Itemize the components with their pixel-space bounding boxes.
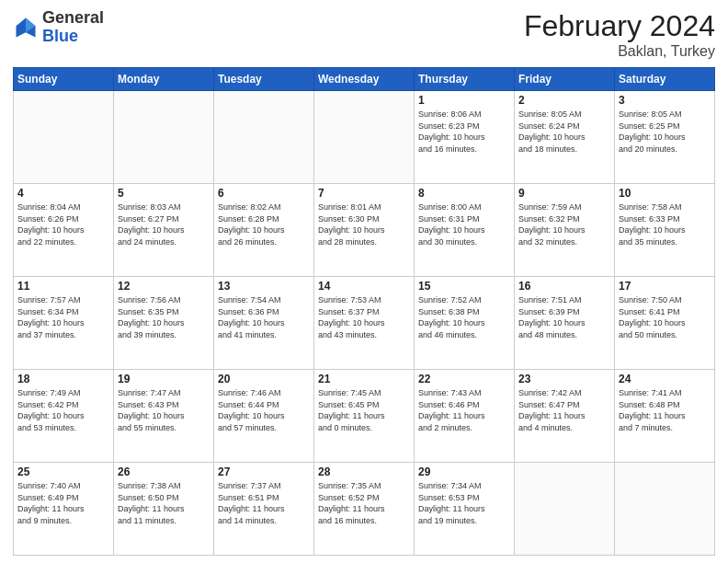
header: General Blue February 2024 Baklan, Turke… <box>13 9 715 60</box>
day-info: Sunrise: 7:46 AM Sunset: 6:44 PM Dayligh… <box>218 387 310 433</box>
day-info: Sunrise: 7:53 AM Sunset: 6:37 PM Dayligh… <box>318 294 410 340</box>
day-number: 19 <box>118 373 210 385</box>
day-number: 17 <box>619 280 711 293</box>
week-row-1: 4Sunrise: 8:04 AM Sunset: 6:26 PM Daylig… <box>14 184 715 277</box>
day-info: Sunrise: 7:37 AM Sunset: 6:51 PM Dayligh… <box>218 480 310 526</box>
day-number: 4 <box>17 187 109 200</box>
day-info: Sunrise: 7:34 AM Sunset: 6:53 PM Dayligh… <box>418 480 510 526</box>
day-number: 21 <box>318 373 410 385</box>
day-cell: 20Sunrise: 7:46 AM Sunset: 6:44 PM Dayli… <box>214 370 314 463</box>
day-cell: 13Sunrise: 7:54 AM Sunset: 6:36 PM Dayli… <box>214 277 314 370</box>
day-number: 8 <box>418 187 510 200</box>
day-number: 29 <box>418 465 510 478</box>
day-info: Sunrise: 8:01 AM Sunset: 6:30 PM Dayligh… <box>318 201 410 247</box>
day-cell: 18Sunrise: 7:49 AM Sunset: 6:42 PM Dayli… <box>14 370 114 463</box>
day-info: Sunrise: 8:06 AM Sunset: 6:23 PM Dayligh… <box>418 109 510 155</box>
day-info: Sunrise: 7:50 AM Sunset: 6:41 PM Dayligh… <box>619 294 711 340</box>
logo-general: General <box>42 9 104 28</box>
day-cell: 16Sunrise: 7:51 AM Sunset: 6:39 PM Dayli… <box>515 277 615 370</box>
day-cell: 21Sunrise: 7:45 AM Sunset: 6:45 PM Dayli… <box>314 370 415 463</box>
day-info: Sunrise: 7:51 AM Sunset: 6:39 PM Dayligh… <box>518 294 610 340</box>
day-cell: 1Sunrise: 8:06 AM Sunset: 6:23 PM Daylig… <box>415 91 515 184</box>
day-info: Sunrise: 7:42 AM Sunset: 6:47 PM Dayligh… <box>518 387 610 433</box>
day-cell <box>114 91 214 184</box>
day-number: 11 <box>17 280 109 293</box>
day-info: Sunrise: 8:00 AM Sunset: 6:31 PM Dayligh… <box>418 201 510 247</box>
logo-icon <box>13 15 39 40</box>
logo: General Blue <box>13 9 104 46</box>
day-number: 14 <box>318 280 410 293</box>
day-number: 26 <box>118 465 210 478</box>
day-cell: 11Sunrise: 7:57 AM Sunset: 6:34 PM Dayli… <box>14 277 114 370</box>
day-number: 3 <box>619 94 711 107</box>
day-cell: 4Sunrise: 8:04 AM Sunset: 6:26 PM Daylig… <box>14 184 114 277</box>
day-number: 16 <box>518 280 610 293</box>
logo-blue: Blue <box>42 28 104 46</box>
day-info: Sunrise: 8:05 AM Sunset: 6:24 PM Dayligh… <box>518 109 610 155</box>
main-title: February 2024 <box>524 9 715 43</box>
calendar-page: General Blue February 2024 Baklan, Turke… <box>0 0 728 563</box>
day-cell: 14Sunrise: 7:53 AM Sunset: 6:37 PM Dayli… <box>314 277 415 370</box>
day-cell: 19Sunrise: 7:47 AM Sunset: 6:43 PM Dayli… <box>114 370 214 463</box>
day-cell <box>214 91 314 184</box>
day-info: Sunrise: 8:03 AM Sunset: 6:27 PM Dayligh… <box>118 201 210 247</box>
day-info: Sunrise: 7:38 AM Sunset: 6:50 PM Dayligh… <box>118 480 210 526</box>
day-cell: 27Sunrise: 7:37 AM Sunset: 6:51 PM Dayli… <box>214 463 314 556</box>
day-number: 6 <box>218 187 310 200</box>
calendar-table: SundayMondayTuesdayWednesdayThursdayFrid… <box>13 67 715 556</box>
day-number: 10 <box>619 187 711 200</box>
day-info: Sunrise: 7:56 AM Sunset: 6:35 PM Dayligh… <box>118 294 210 340</box>
day-cell: 12Sunrise: 7:56 AM Sunset: 6:35 PM Dayli… <box>114 277 214 370</box>
day-header-tuesday: Tuesday <box>214 68 314 91</box>
week-row-3: 18Sunrise: 7:49 AM Sunset: 6:42 PM Dayli… <box>14 370 715 463</box>
day-cell: 6Sunrise: 8:02 AM Sunset: 6:28 PM Daylig… <box>214 184 314 277</box>
day-info: Sunrise: 8:04 AM Sunset: 6:26 PM Dayligh… <box>17 201 109 247</box>
day-number: 12 <box>118 280 210 293</box>
day-cell: 25Sunrise: 7:40 AM Sunset: 6:49 PM Dayli… <box>14 463 114 556</box>
day-number: 13 <box>218 280 310 293</box>
logo-text: General Blue <box>42 9 104 46</box>
day-cell <box>314 91 415 184</box>
day-number: 2 <box>518 94 610 107</box>
day-header-saturday: Saturday <box>615 68 715 91</box>
day-cell: 10Sunrise: 7:58 AM Sunset: 6:33 PM Dayli… <box>615 184 715 277</box>
day-cell: 3Sunrise: 8:05 AM Sunset: 6:25 PM Daylig… <box>615 91 715 184</box>
day-cell: 17Sunrise: 7:50 AM Sunset: 6:41 PM Dayli… <box>615 277 715 370</box>
day-cell <box>515 463 615 556</box>
day-info: Sunrise: 8:02 AM Sunset: 6:28 PM Dayligh… <box>218 201 310 247</box>
day-number: 18 <box>17 373 109 385</box>
day-number: 7 <box>318 187 410 200</box>
week-row-2: 11Sunrise: 7:57 AM Sunset: 6:34 PM Dayli… <box>14 277 715 370</box>
day-number: 20 <box>218 373 310 385</box>
day-info: Sunrise: 7:54 AM Sunset: 6:36 PM Dayligh… <box>218 294 310 340</box>
day-info: Sunrise: 7:57 AM Sunset: 6:34 PM Dayligh… <box>17 294 109 340</box>
header-row: SundayMondayTuesdayWednesdayThursdayFrid… <box>14 68 715 91</box>
day-header-sunday: Sunday <box>14 68 114 91</box>
day-info: Sunrise: 8:05 AM Sunset: 6:25 PM Dayligh… <box>619 109 711 155</box>
day-info: Sunrise: 7:59 AM Sunset: 6:32 PM Dayligh… <box>518 201 610 247</box>
day-cell: 28Sunrise: 7:35 AM Sunset: 6:52 PM Dayli… <box>314 463 415 556</box>
day-number: 22 <box>418 373 510 385</box>
day-cell <box>14 91 114 184</box>
day-header-monday: Monday <box>114 68 214 91</box>
day-info: Sunrise: 7:49 AM Sunset: 6:42 PM Dayligh… <box>17 387 109 433</box>
day-number: 9 <box>518 187 610 200</box>
day-number: 28 <box>318 465 410 478</box>
day-number: 1 <box>418 94 510 107</box>
day-number: 27 <box>218 465 310 478</box>
day-info: Sunrise: 7:40 AM Sunset: 6:49 PM Dayligh… <box>17 480 109 526</box>
day-number: 5 <box>118 187 210 200</box>
week-row-0: 1Sunrise: 8:06 AM Sunset: 6:23 PM Daylig… <box>14 91 715 184</box>
week-row-4: 25Sunrise: 7:40 AM Sunset: 6:49 PM Dayli… <box>14 463 715 556</box>
day-cell: 22Sunrise: 7:43 AM Sunset: 6:46 PM Dayli… <box>415 370 515 463</box>
day-cell <box>615 463 715 556</box>
day-info: Sunrise: 7:52 AM Sunset: 6:38 PM Dayligh… <box>418 294 510 340</box>
day-cell: 8Sunrise: 8:00 AM Sunset: 6:31 PM Daylig… <box>415 184 515 277</box>
title-block: February 2024 Baklan, Turkey <box>524 9 715 60</box>
day-info: Sunrise: 7:45 AM Sunset: 6:45 PM Dayligh… <box>318 387 410 433</box>
day-cell: 5Sunrise: 8:03 AM Sunset: 6:27 PM Daylig… <box>114 184 214 277</box>
day-cell: 7Sunrise: 8:01 AM Sunset: 6:30 PM Daylig… <box>314 184 415 277</box>
day-cell: 2Sunrise: 8:05 AM Sunset: 6:24 PM Daylig… <box>515 91 615 184</box>
day-header-friday: Friday <box>515 68 615 91</box>
day-cell: 26Sunrise: 7:38 AM Sunset: 6:50 PM Dayli… <box>114 463 214 556</box>
